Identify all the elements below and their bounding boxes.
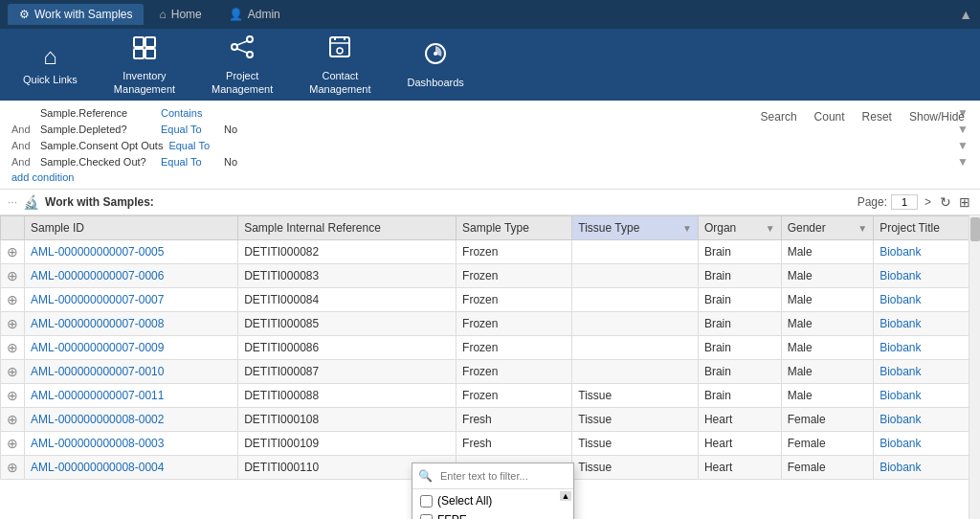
cell-gender: Female — [781, 456, 874, 480]
add-row-button[interactable]: ⊕ — [7, 292, 18, 307]
add-row-button[interactable]: ⊕ — [7, 388, 18, 403]
filter-expand-3[interactable]: ▼ — [957, 139, 969, 152]
cell-project: Biobank — [874, 240, 980, 264]
add-row-button[interactable]: ⊕ — [7, 436, 18, 451]
filter-row-3: And Sample.Consent Opt Outs Equal To ▼ — [11, 139, 969, 152]
filter-field-2: Sample.Depleted? — [40, 124, 155, 135]
col-sample-id[interactable]: Sample ID — [25, 216, 238, 240]
vertical-scrollbar[interactable] — [969, 215, 980, 519]
reset-button[interactable]: Reset — [858, 108, 896, 125]
sample-id-link[interactable]: AML-000000000007-0008 — [31, 317, 164, 330]
window-collapse-button[interactable]: ▲ — [959, 7, 972, 22]
sample-id-link[interactable]: AML-000000000007-0007 — [31, 293, 164, 306]
nav-contact-management[interactable]: ContactManagement — [296, 28, 384, 101]
sample-id-link[interactable]: AML-000000000007-0010 — [31, 365, 164, 378]
dropdown-search-input[interactable] — [436, 468, 568, 484]
tab-work-with-samples[interactable]: ⚙ Work with Samples — [8, 4, 144, 25]
row-add-btn[interactable]: ⊕ — [1, 288, 25, 312]
cell-tissue-type: Tissue — [572, 384, 699, 408]
col-organ[interactable]: Organ ▼ — [698, 216, 781, 240]
col-tissue-type[interactable]: Tissue Type ▼ — [572, 216, 699, 240]
search-button[interactable]: Search — [757, 108, 801, 125]
dropdown-item-select-all[interactable]: (Select All) — [412, 491, 573, 510]
add-row-button[interactable]: ⊕ — [7, 460, 18, 475]
project-link[interactable]: Biobank — [880, 413, 921, 426]
project-link[interactable]: Biobank — [880, 245, 921, 259]
row-add-btn[interactable]: ⊕ — [1, 384, 25, 408]
col-gender-label: Gender — [788, 221, 826, 235]
showhide-button[interactable]: Show/Hide — [905, 108, 969, 125]
tissue-type-filter-icon[interactable]: ▼ — [682, 223, 692, 234]
row-add-btn[interactable]: ⊕ — [1, 336, 25, 360]
add-row-button[interactable]: ⊕ — [7, 268, 18, 283]
export-button[interactable]: ⊞ — [957, 194, 972, 210]
sample-id-link[interactable]: AML-000000000008-0004 — [31, 461, 164, 474]
cell-sample-id: AML-000000000007-0007 — [25, 288, 238, 312]
scrollbar-thumb[interactable] — [970, 217, 980, 241]
cell-gender: Male — [781, 240, 874, 264]
row-add-btn[interactable]: ⊕ — [1, 432, 25, 456]
project-link[interactable]: Biobank — [880, 341, 921, 354]
count-button[interactable]: Count — [811, 108, 849, 125]
cell-tissue-type: Tissue — [572, 456, 699, 480]
sample-id-link[interactable]: AML-000000000007-0006 — [31, 269, 164, 282]
add-row-button[interactable]: ⊕ — [7, 364, 18, 379]
row-add-btn[interactable]: ⊕ — [1, 264, 25, 288]
add-row-button[interactable]: ⊕ — [7, 340, 18, 355]
refresh-button[interactable]: ↻ — [938, 194, 953, 210]
tab-admin[interactable]: 👤 Admin — [217, 4, 292, 25]
row-add-btn[interactable]: ⊕ — [1, 456, 25, 480]
filter-actions: Search Count Reset Show/Hide — [757, 108, 969, 125]
sample-id-link[interactable]: AML-000000000008-0003 — [31, 437, 164, 450]
add-row-button[interactable]: ⊕ — [7, 244, 18, 260]
page-number-input[interactable] — [891, 194, 918, 210]
nav-dashboards[interactable]: Dashboards — [394, 34, 478, 95]
home-icon: ⌂ — [159, 8, 166, 21]
filter-op-1[interactable]: Contains — [161, 107, 218, 119]
cell-internal-ref: DETITI000084 — [238, 288, 457, 312]
project-link[interactable]: Biobank — [880, 269, 921, 282]
project-link[interactable]: Biobank — [880, 317, 921, 330]
sample-id-link[interactable]: AML-000000000007-0009 — [31, 341, 164, 354]
sample-id-link[interactable]: AML-000000000007-0011 — [31, 389, 164, 402]
col-gender[interactable]: Gender ▼ — [781, 216, 874, 240]
add-condition-link[interactable]: add condition — [11, 171, 969, 183]
nav-inventory-management[interactable]: InventoryManagement — [100, 28, 189, 101]
scroll-up-button[interactable]: ▲ — [560, 491, 571, 501]
row-add-btn[interactable]: ⊕ — [1, 408, 25, 432]
samples-bar-menu[interactable]: ··· — [8, 195, 17, 209]
project-link[interactable]: Biobank — [880, 293, 921, 306]
dropdown-item-ffpe[interactable]: FFPE — [412, 510, 573, 519]
svg-rect-1 — [145, 37, 155, 47]
checkbox-select-all[interactable] — [420, 495, 433, 508]
nav-quick-links[interactable]: ⌂ Quick Links — [10, 37, 91, 92]
next-page-button[interactable]: > — [922, 195, 934, 209]
sample-id-link[interactable]: AML-000000000007-0005 — [31, 245, 164, 259]
cell-organ: Brain — [698, 312, 781, 336]
cell-organ: Brain — [698, 384, 781, 408]
filter-op-4[interactable]: Equal To — [161, 156, 218, 168]
row-add-btn[interactable]: ⊕ — [1, 240, 25, 264]
tab-home[interactable]: ⌂ Home — [147, 4, 212, 25]
organ-filter-icon[interactable]: ▼ — [766, 223, 775, 234]
row-add-btn[interactable]: ⊕ — [1, 312, 25, 336]
project-link[interactable]: Biobank — [880, 389, 921, 402]
nav-project-management[interactable]: ProjectManagement — [198, 28, 286, 101]
table-row: ⊕ AML-000000000007-0009 DETITI000086 Fro… — [1, 336, 980, 360]
cell-project: Biobank — [874, 360, 980, 384]
row-add-btn[interactable]: ⊕ — [1, 360, 25, 384]
col-sample-type[interactable]: Sample Type — [457, 216, 572, 240]
col-project-title[interactable]: Project Title — [874, 216, 980, 240]
add-row-button[interactable]: ⊕ — [7, 412, 18, 427]
project-link[interactable]: Biobank — [880, 437, 921, 450]
project-link[interactable]: Biobank — [880, 461, 921, 474]
checkbox-ffpe[interactable] — [420, 514, 433, 520]
gender-filter-icon[interactable]: ▼ — [858, 223, 867, 234]
sample-id-link[interactable]: AML-000000000008-0002 — [31, 413, 164, 426]
project-link[interactable]: Biobank — [880, 365, 921, 378]
col-sample-internal-ref[interactable]: Sample Internal Reference — [238, 216, 457, 240]
filter-op-3[interactable]: Equal To — [168, 140, 226, 151]
filter-expand-4[interactable]: ▼ — [957, 155, 969, 169]
filter-op-2[interactable]: Equal To — [161, 124, 218, 135]
add-row-button[interactable]: ⊕ — [7, 316, 18, 331]
